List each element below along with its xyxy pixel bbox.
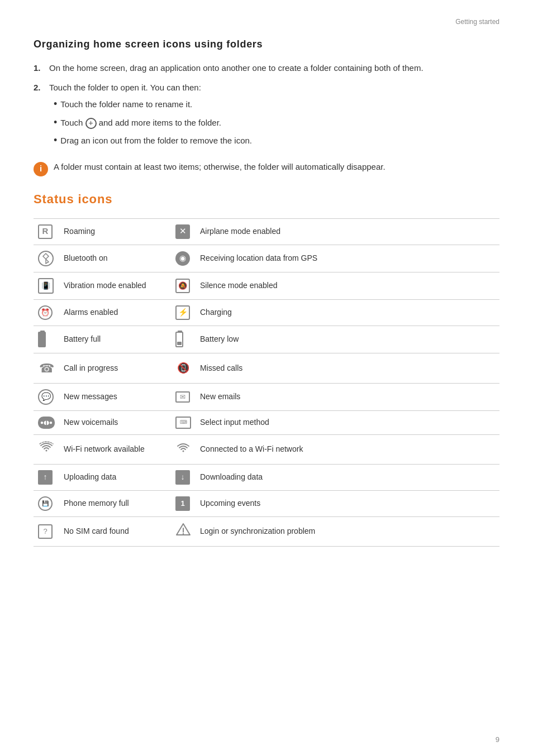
label-airplane: Airplane mode enabled	[196, 218, 499, 245]
bullet3-text: Drag an icon out from the folder to remo…	[60, 135, 252, 147]
icon-warning	[171, 516, 196, 546]
step1-number: 1.	[34, 62, 46, 75]
page-header: Getting started	[34, 17, 499, 27]
table-row: Wi-Fi network available Connected to a W…	[34, 434, 499, 464]
table-row: ? No SIM card found Login or synchroniza…	[34, 516, 499, 546]
label-vibration: Vibration mode enabled	[59, 272, 171, 299]
icon-battery-low	[171, 326, 196, 353]
icon-email: ✉	[171, 383, 196, 410]
label-call: Call in progress	[59, 353, 171, 383]
label-battery-low: Battery low	[196, 326, 499, 353]
page-number: 9	[496, 734, 499, 745]
label-battery-full: Battery full	[59, 326, 171, 353]
table-row: ⏰ Alarms enabled ⚡ Charging	[34, 299, 499, 326]
svg-point-1	[183, 533, 184, 534]
bullet-2: • Touch + and add more items to the fold…	[54, 117, 252, 130]
step1-text: On the home screen, drag an application …	[49, 62, 423, 75]
steps-list: 1. On the home screen, drag an applicati…	[34, 62, 499, 153]
icon-calendar: 1	[171, 490, 196, 516]
add-icon: +	[85, 118, 97, 129]
icon-gps: ◉	[171, 245, 196, 272]
bullet-list: • Touch the folder name to rename it. • …	[54, 98, 252, 147]
icon-airplane: ✕	[171, 218, 196, 245]
info-text: A folder must contain at least two items…	[54, 161, 386, 174]
section1: Organizing home screen icons using folde…	[34, 37, 499, 176]
icon-charging: ⚡	[171, 299, 196, 326]
status-icons-title: Status icons	[34, 190, 499, 208]
icon-nosim: ?	[34, 516, 59, 546]
table-row: 📳 Vibration mode enabled 🔕 Silence mode …	[34, 272, 499, 299]
table-row: ●◖◗● New voicemails ⌨ Select input metho…	[34, 410, 499, 434]
label-silence: Silence mode enabled	[196, 272, 499, 299]
label-roaming: Roaming	[59, 218, 171, 245]
label-upload: Uploading data	[59, 464, 171, 490]
icon-alarm: ⏰	[34, 299, 59, 326]
label-download: Downloading data	[196, 464, 499, 490]
label-phone-mem: Phone memory full	[59, 490, 171, 516]
table-row: Bluetooth on ◉ Receiving location data f…	[34, 245, 499, 272]
label-messages: New messages	[59, 383, 171, 410]
status-table: R Roaming ✕ Airplane mode enabled Blu	[34, 218, 499, 547]
icon-r: R	[34, 218, 59, 245]
section2: Status icons R Roaming ✕ Airplane mode e…	[34, 190, 499, 547]
info-box: i A folder must contain at least two ite…	[34, 161, 499, 176]
label-login-prob: Login or synchronization problem	[196, 516, 499, 546]
icon-voicemail: ●◖◗●	[34, 410, 59, 434]
step2-number: 2.	[34, 82, 46, 94]
icon-phone-mem: 💾	[34, 490, 59, 516]
label-emails: New emails	[196, 383, 499, 410]
table-row: 💾 Phone memory full 1 Upcoming events	[34, 490, 499, 516]
icon-wifi-available	[34, 434, 59, 464]
bullet-1: • Touch the folder name to rename it.	[54, 98, 252, 111]
table-row: ☎ Call in progress 📵 Missed calls	[34, 353, 499, 383]
table-row: 💬 New messages ✉ New emails	[34, 383, 499, 410]
step-2: 2. Touch the folder to open it. You can …	[34, 82, 499, 153]
bullet2-text: Touch + and add more items to the folder…	[60, 117, 221, 130]
bullet-3: • Drag an icon out from the folder to re…	[54, 135, 252, 147]
icon-download: ↓	[171, 464, 196, 490]
icon-vibration: 📳	[34, 272, 59, 299]
label-wifi-connected: Connected to a Wi-Fi network	[196, 434, 499, 464]
icon-call: ☎	[34, 353, 59, 383]
section1-title: Organizing home screen icons using folde…	[34, 37, 499, 52]
label-charging: Charging	[196, 299, 499, 326]
icon-silence: 🔕	[171, 272, 196, 299]
table-row: Battery full Battery low	[34, 326, 499, 353]
info-icon: i	[34, 162, 48, 176]
icon-message: 💬	[34, 383, 59, 410]
icon-bluetooth	[34, 245, 59, 272]
icon-keyboard: ⌨	[171, 410, 196, 434]
label-voicemail: New voicemails	[59, 410, 171, 434]
icon-wifi-connected	[171, 434, 196, 464]
table-row: ↑ Uploading data ↓ Downloading data	[34, 464, 499, 490]
bullet1-text: Touch the folder name to rename it.	[60, 98, 192, 111]
label-upcoming: Upcoming events	[196, 490, 499, 516]
label-bluetooth: Bluetooth on	[59, 245, 171, 272]
table-row: R Roaming ✕ Airplane mode enabled	[34, 218, 499, 245]
label-input-method: Select input method	[196, 410, 499, 434]
icon-missed-call: 📵	[171, 353, 196, 383]
step-1: 1. On the home screen, drag an applicati…	[34, 62, 499, 75]
label-wifi-avail: Wi-Fi network available	[59, 434, 171, 464]
label-alarm: Alarms enabled	[59, 299, 171, 326]
step2-text: Touch the folder to open it. You can the…	[49, 82, 201, 94]
label-missed: Missed calls	[196, 353, 499, 383]
label-gps: Receiving location data from GPS	[196, 245, 499, 272]
icon-battery-full	[34, 326, 59, 353]
label-nosim: No SIM card found	[59, 516, 171, 546]
icon-upload: ↑	[34, 464, 59, 490]
